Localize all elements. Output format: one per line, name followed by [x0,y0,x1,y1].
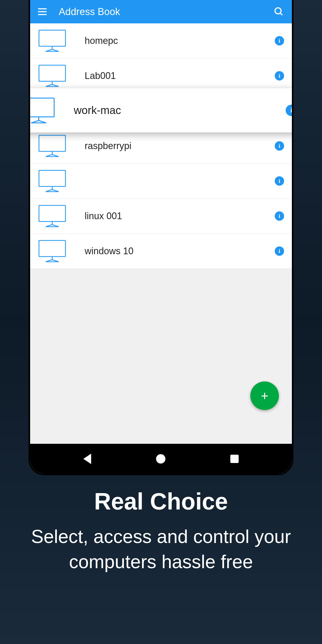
app-bar: Address Book [30,0,292,23]
android-nav-bar [30,444,292,474]
nav-back-icon[interactable] [83,454,91,464]
info-icon[interactable]: i [275,141,284,151]
list-item[interactable]: raspberrypi i [30,129,292,164]
svg-rect-12 [30,98,54,117]
list-item-label: linux 001 [85,211,275,222]
list-item-label: raspberrypi [85,140,275,151]
phone-screen: Address Book homepc i [30,0,292,474]
svg-rect-27 [39,205,65,222]
monitor-icon [30,97,56,124]
nav-home-icon[interactable] [156,454,165,464]
info-icon[interactable]: i [275,36,284,45]
plus-icon: + [261,389,268,402]
monitor-icon [38,204,66,228]
svg-line-1 [280,13,282,15]
monitor-icon [38,29,66,52]
address-list: homepc i Lab001 i [30,23,292,444]
info-icon[interactable]: i [275,246,284,256]
add-button[interactable]: + [250,381,279,410]
list-item[interactable]: i [30,164,292,199]
phone-frame: Address Book homepc i [29,0,293,475]
hamburger-menu-icon[interactable] [38,6,48,17]
svg-point-0 [275,8,281,14]
info-icon[interactable]: i [275,176,284,186]
svg-rect-7 [39,65,65,81]
svg-rect-32 [39,240,65,257]
svg-rect-17 [39,135,65,151]
nav-recent-icon[interactable] [230,455,239,463]
monitor-icon [38,64,66,88]
search-icon[interactable] [274,6,284,17]
promo-text: Real Choice Select, access and control y… [0,488,322,574]
promo-subtitle: Select, access and control your computer… [16,524,306,574]
page-title: Address Book [59,6,274,17]
info-icon[interactable]: i [275,71,284,81]
promo-title: Real Choice [16,488,306,515]
list-item[interactable]: linux 001 i [30,199,292,234]
monitor-icon [38,169,66,193]
info-icon[interactable]: i [286,105,292,116]
list-item-label: work-mac [74,104,286,117]
list-item[interactable]: windows 10 i [30,234,292,269]
list-item[interactable]: homepc i [30,23,292,58]
svg-rect-2 [39,30,65,46]
info-icon[interactable]: i [275,211,284,221]
list-item-label: windows 10 [85,246,275,257]
list-item-highlighted[interactable]: work-mac i [30,88,292,132]
list-item-label: homepc [85,35,275,46]
monitor-icon [38,239,66,263]
svg-rect-22 [39,170,65,186]
monitor-icon [38,134,66,158]
list-item-label: Lab001 [85,70,275,81]
